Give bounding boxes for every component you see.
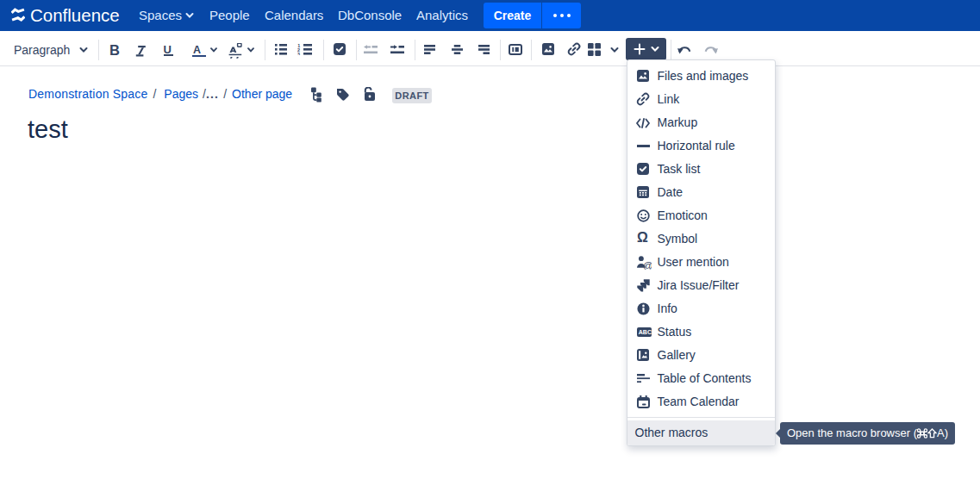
svg-text:3: 3 — [297, 52, 300, 55]
svg-text:@: @ — [643, 260, 652, 270]
svg-text:ABC: ABC — [639, 329, 652, 335]
